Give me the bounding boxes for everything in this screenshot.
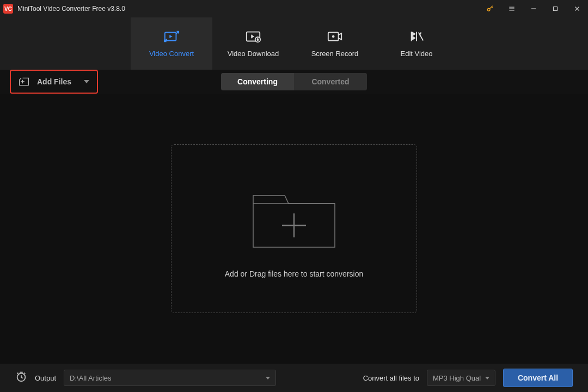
tab-video-download[interactable]: Video Download xyxy=(212,17,294,70)
title-left: VC MiniTool Video Converter Free v3.8.0 xyxy=(3,4,125,14)
tab-converted[interactable]: Converted xyxy=(294,73,367,90)
tab-label: Video Download xyxy=(228,50,279,58)
svg-rect-1 xyxy=(554,7,558,11)
output-path-select[interactable]: D:\All Articles xyxy=(64,370,276,386)
tab-label: Edit Video xyxy=(400,50,432,58)
convert-all-to-label: Convert all files to xyxy=(363,374,419,382)
tab-converting[interactable]: Converting xyxy=(221,73,294,90)
upgrade-key-icon[interactable] xyxy=(479,0,501,17)
tab-label: Video Convert xyxy=(149,50,194,58)
svg-point-0 xyxy=(487,8,490,11)
target-format-value: MP3 High Quality xyxy=(433,374,481,382)
status-toggle: Converting Converted xyxy=(221,73,367,90)
drop-zone[interactable]: Add or Drag files here to start conversi… xyxy=(171,144,417,313)
convert-all-label: Convert All xyxy=(518,373,558,382)
chevron-down-icon xyxy=(84,80,89,83)
minimize-icon[interactable] xyxy=(523,0,544,17)
drop-hint: Add or Drag files here to start conversi… xyxy=(225,270,363,278)
tab-edit-video[interactable]: Edit Video xyxy=(376,17,457,70)
folder-plus-icon xyxy=(248,179,340,255)
menu-icon[interactable] xyxy=(501,0,523,17)
add-files-label: Add Files xyxy=(37,77,71,86)
status-tab-label: Converted xyxy=(311,77,349,86)
maximize-icon[interactable] xyxy=(544,0,566,17)
scheduler-icon[interactable] xyxy=(15,371,27,385)
main-nav: Video Convert Video Download Screen Reco… xyxy=(0,17,588,70)
output-label: Output xyxy=(35,374,56,382)
add-files-button[interactable]: Add Files xyxy=(10,70,98,94)
status-tab-label: Converting xyxy=(237,77,278,86)
chevron-down-icon xyxy=(266,377,270,379)
window-controls xyxy=(479,0,588,17)
svg-point-6 xyxy=(332,35,335,38)
close-icon[interactable] xyxy=(566,0,588,17)
window-title: MiniTool Video Converter Free v3.8.0 xyxy=(17,5,125,13)
footer-bar: Output D:\All Articles Convert all files… xyxy=(0,364,588,392)
tab-screen-record[interactable]: Screen Record xyxy=(294,17,376,70)
tab-label: Screen Record xyxy=(311,50,359,58)
target-format-select[interactable]: MP3 High Quality xyxy=(427,370,495,386)
convert-all-button[interactable]: Convert All xyxy=(503,369,573,387)
tab-video-convert[interactable]: Video Convert xyxy=(131,17,212,70)
chevron-down-icon xyxy=(485,377,489,379)
app-logo-icon: VC xyxy=(3,4,13,14)
content-area: Add or Drag files here to start conversi… xyxy=(0,94,588,364)
action-bar: Add Files Converting Converted xyxy=(0,70,588,94)
title-bar: VC MiniTool Video Converter Free v3.8.0 xyxy=(0,0,588,17)
output-path-value: D:\All Articles xyxy=(70,374,112,382)
